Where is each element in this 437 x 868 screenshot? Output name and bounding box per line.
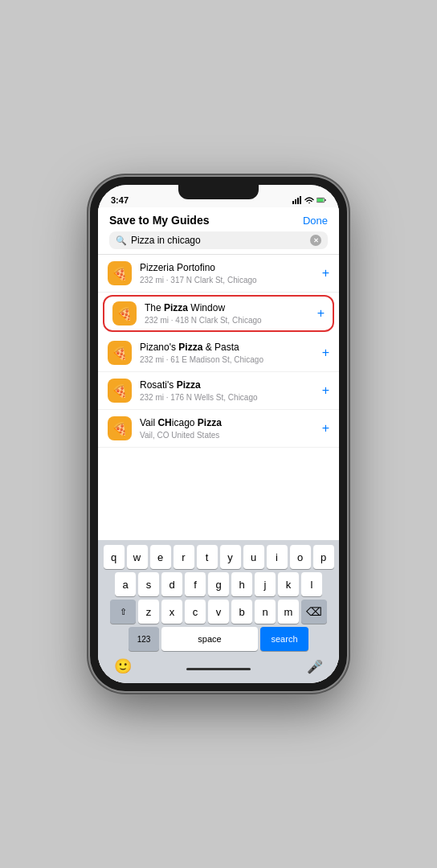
key-b[interactable]: b — [231, 600, 252, 624]
clear-button[interactable]: ✕ — [310, 235, 321, 246]
bold-chicago-5: CH — [157, 417, 171, 428]
keyboard-row-1: q w e r t y u i o p — [101, 545, 336, 569]
result-text-1: Pizzeria Portofino 232 mi · 317 N Clark … — [140, 262, 314, 285]
pizza-icon-1: 🍕 — [108, 261, 132, 285]
battery-icon — [317, 195, 326, 205]
result-text-3: Pizano's Pizza & Pasta 232 mi · 61 E Mad… — [140, 342, 314, 364]
key-u[interactable]: u — [243, 545, 264, 569]
key-i[interactable]: i — [267, 545, 288, 569]
bold-pizza-2: Pizza — [164, 302, 188, 313]
key-g[interactable]: g — [208, 572, 229, 596]
key-e[interactable]: e — [150, 545, 171, 569]
key-t[interactable]: t — [197, 545, 218, 569]
add-button-3[interactable]: + — [322, 346, 329, 360]
key-w[interactable]: w — [127, 545, 148, 569]
key-o[interactable]: o — [290, 545, 311, 569]
notch — [178, 185, 259, 199]
result-text-2: The Pizza Window 232 mi · 418 N Clark St… — [145, 302, 309, 325]
signal-icon — [292, 195, 302, 205]
key-z[interactable]: z — [138, 600, 159, 624]
key-search[interactable]: search — [260, 627, 308, 651]
add-button-5[interactable]: + — [322, 421, 329, 436]
add-button-1[interactable]: + — [322, 266, 329, 280]
header: Save to My Guides Done 🔍 Pizza in chicag… — [98, 207, 339, 255]
key-s[interactable]: s — [138, 572, 159, 596]
mic-icon[interactable]: 🎤 — [307, 659, 323, 674]
keyboard-row-3: ⇧ z x c v b n m ⌫ — [101, 600, 336, 624]
result-detail-5: Vail, CO United States — [140, 431, 314, 440]
key-c[interactable]: c — [185, 600, 206, 624]
result-name-1: Pizzeria Portofino — [140, 262, 314, 275]
result-item-highlighted[interactable]: 🍕 The Pizza Window 232 mi · 418 N Clark … — [103, 295, 334, 332]
phone-frame: 3:47 — [90, 177, 347, 691]
bold-pizza-3: Pizza — [178, 342, 202, 353]
content-area: Save to My Guides Done 🔍 Pizza in chicag… — [98, 207, 339, 683]
result-detail-1: 232 mi · 317 N Clark St, Chicago — [140, 276, 314, 285]
result-name-5: Vail CHicago Pizza — [140, 417, 314, 430]
add-button-4[interactable]: + — [322, 383, 329, 398]
key-l[interactable]: l — [301, 572, 322, 596]
done-button[interactable]: Done — [303, 215, 328, 227]
key-x[interactable]: x — [161, 600, 182, 624]
key-k[interactable]: k — [278, 572, 299, 596]
result-item-4[interactable]: 🍕 Rosati's Pizza 232 mi · 176 N Wells St… — [98, 372, 339, 410]
result-text-5: Vail CHicago Pizza Vail, CO United State… — [140, 417, 314, 440]
key-y[interactable]: y — [220, 545, 241, 569]
svg-rect-7 — [317, 199, 324, 202]
svg-rect-3 — [300, 196, 301, 204]
search-icon: 🔍 — [116, 235, 127, 246]
svg-rect-0 — [292, 201, 294, 204]
result-detail-4: 232 mi · 176 N Wells St, Chicago — [140, 393, 314, 402]
wifi-icon — [304, 195, 314, 205]
phone-screen: 3:47 — [98, 185, 339, 683]
search-input[interactable]: Pizza in chicago — [131, 235, 306, 246]
key-h[interactable]: h — [231, 572, 252, 596]
result-item[interactable]: 🍕 Pizzeria Portofino 232 mi · 317 N Clar… — [98, 255, 339, 293]
key-v[interactable]: v — [208, 600, 229, 624]
add-button-2[interactable]: + — [317, 306, 325, 321]
status-time: 3:47 — [111, 195, 129, 205]
key-p[interactable]: p — [313, 545, 334, 569]
result-detail-2: 232 mi · 418 N Clark St, Chicago — [145, 316, 309, 325]
result-detail-3: 232 mi · 61 E Madison St, Chicago — [140, 355, 314, 364]
search-bar[interactable]: 🔍 Pizza in chicago ✕ — [109, 231, 328, 249]
result-name-4: Rosati's Pizza — [140, 379, 314, 392]
key-m[interactable]: m — [278, 600, 299, 624]
key-q[interactable]: q — [104, 545, 125, 569]
key-delete[interactable]: ⌫ — [301, 600, 327, 624]
svg-rect-6 — [325, 199, 325, 201]
key-numbers[interactable]: 123 — [129, 627, 159, 651]
bottom-bar: 🙂 🎤 — [101, 654, 336, 680]
key-d[interactable]: d — [161, 572, 182, 596]
home-indicator — [186, 668, 251, 670]
svg-rect-1 — [295, 199, 296, 204]
result-item-5[interactable]: 🍕 Vail CHicago Pizza Vail, CO United Sta… — [98, 410, 339, 448]
pizza-icon-2: 🍕 — [112, 301, 137, 326]
key-shift[interactable]: ⇧ — [110, 600, 136, 624]
svg-point-4 — [308, 203, 310, 204]
keyboard: q w e r t y u i o p a s d f g — [98, 540, 339, 683]
result-item-3[interactable]: 🍕 Pizano's Pizza & Pasta 232 mi · 61 E M… — [98, 334, 339, 372]
key-space[interactable]: space — [161, 627, 258, 651]
result-name-2: The Pizza Window — [145, 302, 309, 315]
pizza-icon-4: 🍕 — [108, 379, 132, 403]
result-name-3: Pizano's Pizza & Pasta — [140, 342, 314, 354]
emoji-icon[interactable]: 🙂 — [114, 657, 132, 675]
keyboard-row-2: a s d f g h j k l — [101, 572, 336, 596]
bold-pizza-4: Pizza — [177, 379, 201, 391]
key-a[interactable]: a — [115, 572, 136, 596]
svg-rect-2 — [297, 198, 299, 204]
key-r[interactable]: r — [174, 545, 194, 569]
key-n[interactable]: n — [255, 600, 276, 624]
key-j[interactable]: j — [255, 572, 276, 596]
bold-pizza-5: Pizza — [198, 417, 222, 428]
pizza-icon-3: 🍕 — [108, 341, 132, 365]
keyboard-row-4: 123 space search — [101, 627, 336, 651]
status-icons — [292, 195, 326, 205]
pizza-icon-5: 🍕 — [108, 416, 132, 440]
results-list: 🍕 Pizzeria Portofino 232 mi · 317 N Clar… — [98, 255, 339, 540]
key-f[interactable]: f — [185, 572, 206, 596]
page-title: Save to My Guides — [109, 214, 209, 227]
result-text-4: Rosati's Pizza 232 mi · 176 N Wells St, … — [140, 379, 314, 402]
